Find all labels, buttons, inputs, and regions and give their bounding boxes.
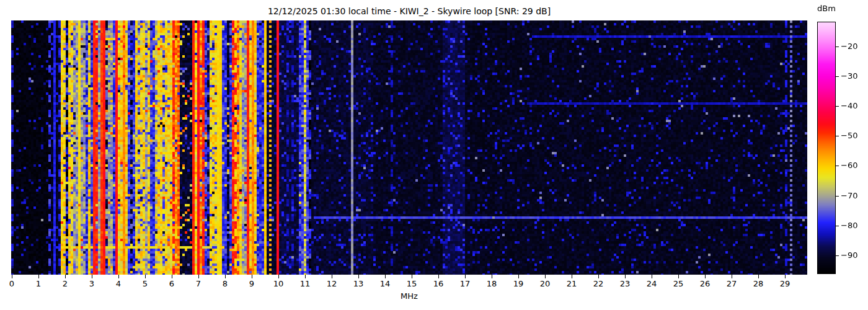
x-tick-label: 2 [53,279,78,288]
x-tick-mark [145,275,146,278]
colorbar-title: dBm [814,4,839,13]
x-tick-label: 22 [586,279,611,288]
x-tick-mark [438,275,439,278]
x-tick-mark [625,275,626,278]
colorbar-tick-mark [836,106,839,107]
colorbar-tick-mark [836,255,839,256]
x-tick-label: 12 [319,279,344,288]
x-tick-mark [198,275,199,278]
x-tick-label: 6 [159,279,184,288]
x-tick-label: 29 [773,279,797,288]
colorbar-tick-label: −90 [841,250,857,260]
spectrogram-canvas [11,20,807,275]
x-tick-mark [92,275,92,278]
figure-title: 12/12/2025 01:30 local time - KIWI_2 - S… [11,6,807,17]
x-tick-label: 18 [479,279,504,288]
x-tick-mark [305,275,306,278]
x-axis-label: MHz [11,291,807,301]
x-tick-mark [225,275,226,278]
colorbar-tick-mark [836,76,839,77]
colorbar-tick-mark [836,46,839,47]
x-tick-mark [412,275,412,278]
x-tick-label: 20 [533,279,557,288]
x-tick-mark [332,275,332,278]
x-tick-label: 1 [26,279,51,288]
x-tick-mark [785,275,786,278]
x-tick-mark [278,275,279,278]
x-tick-label: 5 [133,279,157,288]
x-tick-label: 16 [426,279,451,288]
x-tick-mark [65,275,66,278]
x-tick-mark [38,275,39,278]
x-tick-mark [705,275,706,278]
x-tick-label: 0 [0,279,24,288]
x-tick-mark [172,275,172,278]
x-tick-label: 3 [79,279,104,288]
spectrogram-figure: 12/12/2025 01:30 local time - KIWI_2 - S… [0,0,868,310]
x-tick-label: 9 [239,279,264,288]
x-tick-mark [652,275,652,278]
x-tick-mark [758,275,759,278]
colorbar-tick-label: −30 [841,71,857,81]
x-tick-label: 7 [186,279,211,288]
colorbar-tick-label: −60 [841,161,857,170]
x-tick-label: 21 [559,279,584,288]
x-tick-label: 19 [506,279,531,288]
colorbar [818,22,835,273]
x-tick-mark [572,275,572,278]
x-tick-mark [465,275,466,278]
colorbar-tick-label: −80 [841,221,857,231]
x-tick-label: 8 [213,279,237,288]
x-tick-label: 13 [346,279,371,288]
x-tick-label: 14 [373,279,397,288]
colorbar-tick-label: −50 [841,131,857,141]
colorbar-tick-label: −20 [841,42,857,51]
colorbar-tick-label: −70 [841,191,857,201]
colorbar-tick-mark [836,136,839,136]
x-tick-mark [118,275,119,278]
x-tick-mark [385,275,386,278]
x-tick-label: 27 [719,279,744,288]
colorbar-tick-label: −40 [841,101,857,111]
x-tick-label: 17 [453,279,477,288]
x-tick-label: 23 [613,279,637,288]
x-tick-mark [518,275,519,278]
x-tick-label: 26 [693,279,717,288]
x-tick-mark [598,275,599,278]
x-tick-mark [732,275,732,278]
x-tick-mark [252,275,252,278]
x-tick-label: 28 [746,279,771,288]
x-tick-mark [545,275,546,278]
x-tick-label: 11 [293,279,317,288]
x-tick-label: 15 [399,279,424,288]
x-tick-label: 10 [266,279,291,288]
x-tick-mark [678,275,679,278]
x-tick-mark [358,275,359,278]
x-tick-label: 24 [639,279,664,288]
x-tick-mark [12,275,12,278]
colorbar-tick-mark [836,196,839,197]
colorbar-tick-mark [836,166,839,166]
x-tick-label: 4 [106,279,131,288]
x-tick-mark [492,275,492,278]
x-tick-label: 25 [666,279,691,288]
colorbar-tick-mark [836,226,839,226]
